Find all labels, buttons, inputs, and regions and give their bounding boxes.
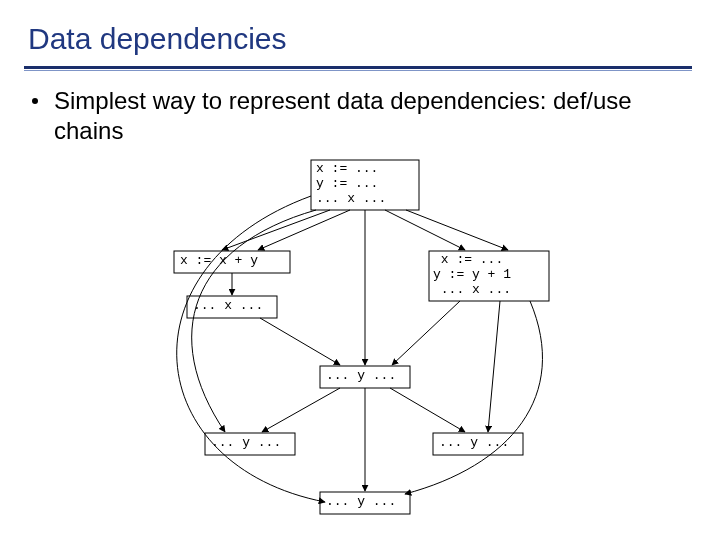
node-top-text: x := ... y := ... ... x ... [316, 161, 416, 206]
edge-midLb-center [260, 318, 340, 365]
node-center: ... y ... [320, 366, 410, 388]
bullet-marker [32, 98, 38, 104]
node-bottom: ... y ... [320, 492, 410, 514]
node-mid-left-b: ... x ... [187, 296, 277, 318]
node-bottom-left: ... y ... [205, 433, 295, 455]
edge-midR-center [392, 301, 460, 365]
node-top: x := ... y := ... ... x ... [311, 160, 419, 210]
edge-midR-bottom [405, 301, 542, 494]
node-center-text: ... y ... [326, 368, 410, 383]
defuse-diagram: x := ... y := ... ... x ... x := x + y .… [130, 156, 600, 526]
node-bottom-right: ... y ... [433, 433, 523, 455]
title-rule [24, 66, 692, 69]
title-rule-shadow [24, 70, 692, 71]
slide: Data dependencies Simplest way to repres… [0, 0, 720, 540]
edge-top-midR-1 [385, 210, 465, 250]
edge-center-botL [262, 388, 340, 432]
edge-center-botR [390, 388, 465, 432]
node-mid-right-text: x := ... y := y + 1 ... x ... [433, 252, 547, 297]
edge-top-midR-2 [406, 210, 508, 250]
bullet-text: Simplest way to represent data dependenc… [54, 86, 674, 146]
edge-midR-botR [488, 301, 500, 432]
node-mid-left-a: x := x + y [174, 251, 292, 273]
edges [177, 196, 543, 502]
node-bottom-text: ... y ... [326, 494, 410, 509]
slide-title: Data dependencies [28, 22, 287, 56]
node-mid-left-a-text: x := x + y [180, 253, 292, 268]
node-mid-right: x := ... y := y + 1 ... x ... [429, 251, 549, 301]
edge-top-botL [192, 210, 316, 432]
edge-top-midLa-1 [222, 210, 330, 250]
edge-top-bottom [177, 196, 325, 502]
node-bottom-left-text: ... y ... [211, 435, 295, 450]
edge-top-midLa-2 [258, 210, 350, 250]
node-mid-left-b-text: ... x ... [193, 298, 277, 313]
